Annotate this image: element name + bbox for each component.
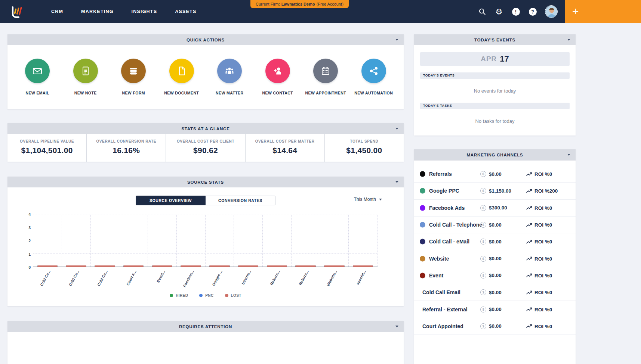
chart-y-tick-label: 2 [28,239,31,243]
chart-x-tick-label: Cold Ca... [34,270,51,296]
quick-action-label: NEW APPOINTMENT [305,91,346,95]
date-day: 17 [500,54,509,64]
quick-action-label: NEW NOTE [74,91,97,95]
date-month: APR [481,55,497,63]
new-document-button[interactable]: NEW DOCUMENT [158,45,206,95]
channel-name: Google PPC [429,188,459,194]
channel-roi-value: ROI %0 [534,307,552,312]
user-avatar[interactable] [545,5,558,18]
channel-color-dot [420,273,425,278]
collapse-caret-icon[interactable] [395,181,398,183]
new-appointment-button[interactable]: NEW APPOINTMENT [302,45,350,95]
stat-cost-per-matter: OVERALL COST PER MATTER $14.64 [245,134,324,162]
nav-item-insights[interactable]: INSIGHTS [132,9,157,14]
collapse-caret-icon[interactable] [395,39,398,41]
events-subheader: TODAY'S EVENTS [420,72,570,79]
chart-columns: Cold Ca...Cold Ca...Cold Ca...Court A...… [33,215,377,267]
channel-spend: $$0.00 [480,256,502,262]
nav-item-crm[interactable]: CRM [51,9,63,14]
chevron-down-icon [379,199,382,200]
new-form-button[interactable]: NEW FORM [110,45,158,95]
chart-column: Cold Ca... [62,215,91,267]
calendar-icon [313,59,338,83]
channel-spend-value: $0.00 [489,222,502,228]
alerts-icon[interactable]: ! [511,7,520,16]
chart-bar-lost [152,265,173,267]
channel-name: Facebook Ads [429,205,465,211]
global-add-button[interactable]: + [565,0,641,23]
chart-column: Event... [148,215,177,267]
channel-row-event[interactable]: Event$$0.00ROI %0 [414,267,576,284]
search-icon[interactable] [478,7,487,16]
tab-conversion-rates[interactable]: CONVERSION RATES [206,196,275,205]
legend-dot-icon [199,294,203,297]
channel-spend-value: $0.00 [489,290,502,295]
stats-body: OVERALL PIPELINE VALUE $1,104,501.00 OVE… [7,134,404,162]
stats-header: STATS AT A GLANCE [7,123,404,134]
new-note-button[interactable]: NEW NOTE [62,45,110,95]
collapse-caret-icon[interactable] [395,128,398,130]
channel-row-website[interactable]: Website$$0.00ROI %0 [414,250,576,267]
channel-color-dot [420,188,425,194]
legend-label: PNC [205,293,213,298]
stats-panel: STATS AT A GLANCE OVERALL PIPELINE VALUE… [7,123,404,162]
new-contact-button[interactable]: NEW CONTACT [254,45,302,95]
trend-line-icon [526,273,532,278]
channel-roi: ROI %0 [526,205,552,211]
channel-row-referral-external[interactable]: Referral - External$$0.00ROI %0 [414,301,576,318]
trend-line-icon [526,222,532,227]
collapse-caret-icon[interactable] [567,39,570,41]
channel-row-google-ppc[interactable]: Google PPC$$1,150.00ROI %200 [414,183,576,199]
collapse-caret-icon[interactable] [395,326,398,327]
channel-roi: ROI %0 [526,307,552,312]
marketing-channels-panel: MARKETING CHANNELS Referrals$$0.00ROI %0… [414,149,576,364]
channel-roi-value: ROI %0 [534,273,552,278]
channel-spend-value: $0.00 [489,307,502,312]
stats-title: STATS AT A GLANCE [181,127,229,131]
channel-roi-value: ROI %0 [534,239,552,245]
channel-row-referrals[interactable]: Referrals$$0.00ROI %0 [414,166,576,183]
todays-events-title: TODAY'S EVENTS [474,38,515,42]
channel-row-cold-call-email[interactable]: Cold Call - eMail$$0.00ROI %0 [414,233,576,250]
chart-legend: HIREDPNCLOST [7,293,404,298]
period-dropdown[interactable]: This Month [354,197,382,202]
channel-name: Cold Call - eMail [429,239,469,245]
nav-item-assets[interactable]: ASSETS [175,9,196,14]
settings-gear-icon[interactable]: ⚙ [494,7,503,16]
dollar-circle-icon: $ [480,289,486,295]
new-automation-button[interactable]: NEW AUTOMATION [350,45,398,95]
requires-attention-header: REQUIRES ATTENTION [7,321,404,332]
chart-column: Referra... [292,215,320,267]
people-icon [217,59,242,83]
channel-roi-value: ROI %0 [534,171,552,177]
chart-y-tick-label: 1 [28,252,31,256]
firm-badge-name: Lawmatics Demo [281,2,315,6]
channel-roi: ROI %0 [526,256,552,261]
channel-row-facebook-ads[interactable]: Facebook Ads$$300.00ROI %0 [414,200,576,217]
lawmatics-logo-icon[interactable] [10,4,25,19]
chart-column: Referra... [263,215,292,267]
channel-row-cold-call-email[interactable]: Cold Call Email$$0.00ROI %0 [414,284,576,301]
channel-spend: $$0.00 [480,307,502,312]
chart-x-tick-label: Event... [149,270,166,296]
channel-row-cold-call-telephone[interactable]: Cold Call - Telephone$$0.00ROI %0 [414,217,576,233]
channel-roi: ROI %0 [526,171,552,177]
chart-column: Interne... [234,215,263,267]
tab-source-overview[interactable]: SOURCE OVERVIEW [136,196,206,205]
stat-conversion-rate: OVERALL CONVERSION RATE 16.16% [86,134,166,162]
collapse-caret-icon[interactable] [567,154,570,156]
help-icon[interactable]: ? [528,7,537,16]
quick-actions-header: QUICK ACTIONS [7,34,404,45]
automation-icon [361,59,386,83]
new-email-button[interactable]: NEW EMAIL [13,45,62,95]
quick-action-label: NEW MATTER [216,91,243,95]
stat-pipeline-value: OVERALL PIPELINE VALUE $1,104,501.00 [7,134,86,162]
dollar-circle-icon: $ [480,205,486,211]
channel-spend-value: $0.00 [489,256,502,261]
channel-roi: ROI %0 [526,222,552,228]
channel-row-court-appointed[interactable]: Court Appointed$$0.00ROI %0 [414,318,576,335]
chart-y-tick-label: 4 [28,212,31,217]
new-matter-button[interactable]: NEW MATTER [206,45,254,95]
channel-spend: $$0.00 [480,289,502,295]
nav-item-marketing[interactable]: MARKETING [81,9,114,14]
